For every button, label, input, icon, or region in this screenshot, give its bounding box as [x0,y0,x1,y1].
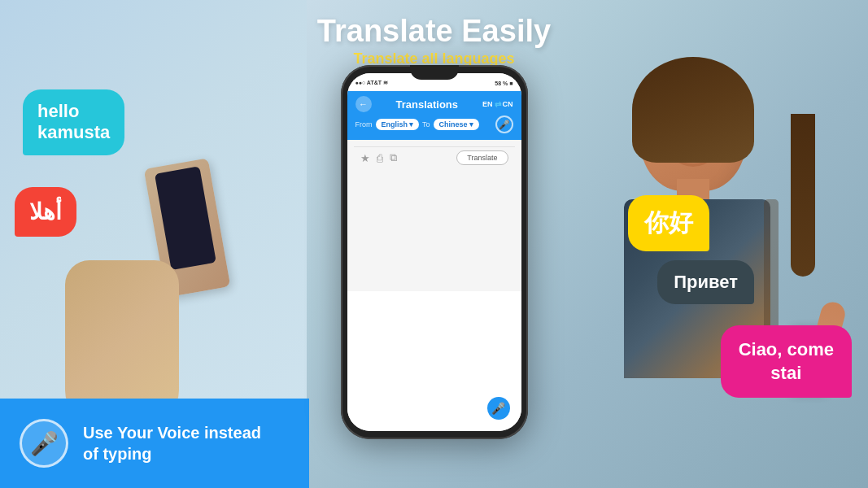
lang-to-code: CN [503,100,513,108]
bubble-russian: Привет [657,260,754,304]
lang-swap-icon: ⇄ [495,100,501,109]
output-area: 🎤 [347,291,521,431]
app-title: Translations [395,98,458,111]
page-header: Translate Easily Translate all languages [317,15,551,68]
app-header: ← Translations EN ⇄ CN From English ▾ [347,91,521,140]
mic-large-symbol: 🎤 [30,430,59,457]
phone-notch [410,65,459,80]
battery-text: 58 % ■ [495,81,513,86]
mic-center-button[interactable]: 🎤 [487,397,510,420]
bubble-chinese: 你好 [628,195,709,251]
mic-center-icon: 🎤 [491,402,505,415]
bubble-hello: hellokamusta [23,89,124,155]
to-chevron-icon: ▾ [469,120,473,129]
app-body: ★ ⎙ ⧉ Translate [347,140,521,291]
bubble-arabic: أهلا [15,187,76,237]
mic-icon: 🎤 [499,120,510,130]
copy-icon[interactable]: ⧉ [390,151,397,164]
to-language-selector[interactable]: Chinese ▾ [434,119,479,130]
mic-large-icon: 🎤 [20,419,68,468]
translate-button[interactable]: Translate [456,150,508,165]
app-toolbar: ★ ⎙ ⧉ Translate [354,146,515,168]
to-lang-text: Chinese [439,120,468,129]
phone-mockup: ●●○ AT&T ≋ 58 % ■ ← Translations EN ⇄ CN [341,65,528,439]
hand-holding-phone [49,146,228,423]
from-language-selector[interactable]: English ▾ [376,119,420,130]
phone-screen: ●●○ AT&T ≋ 58 % ■ ← Translations EN ⇄ CN [347,73,521,431]
bottom-banner: 🎤 Use Your Voice insteadof typing [0,399,309,488]
bubble-italian: Ciao, comestai [721,325,852,398]
lang-switch[interactable]: EN ⇄ CN [482,100,513,109]
to-label: To [422,120,430,129]
banner-text: Use Your Voice insteadof typing [83,422,261,464]
person-hair [632,57,754,163]
share-icon[interactable]: ⎙ [377,152,383,164]
main-title: Translate Easily [317,15,551,49]
lang-from-code: EN [482,100,493,108]
from-chevron-icon: ▾ [409,120,413,129]
phone-outer-frame: ●●○ AT&T ≋ 58 % ■ ← Translations EN ⇄ CN [341,65,528,439]
from-label: From [355,120,373,129]
back-button[interactable]: ← [355,96,372,112]
from-lang-text: English [382,120,408,129]
mic-header-button[interactable]: 🎤 [495,115,513,133]
star-icon[interactable]: ★ [360,152,370,164]
carrier-text: ●●○ AT&T ≋ [355,80,388,86]
person-hair-long [791,114,815,277]
